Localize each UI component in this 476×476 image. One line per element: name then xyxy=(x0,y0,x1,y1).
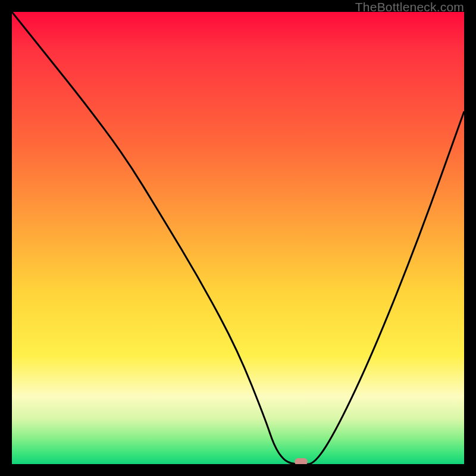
curve-line xyxy=(12,12,464,464)
curve-svg xyxy=(12,12,464,464)
plot-area xyxy=(12,12,464,464)
optimal-marker xyxy=(295,458,308,464)
chart-stage: TheBottleneck.com xyxy=(0,0,476,476)
